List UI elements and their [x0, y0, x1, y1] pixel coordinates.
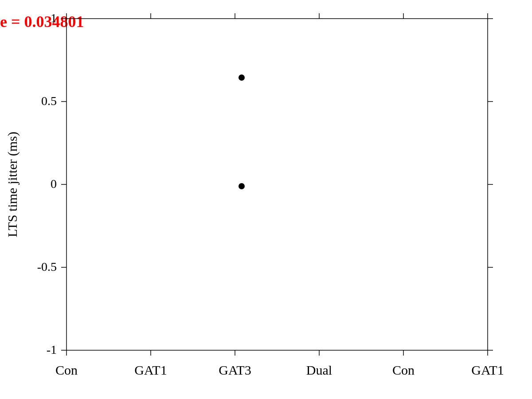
svg-text:0.5: 0.5 — [41, 94, 57, 108]
svg-text:0: 0 — [51, 177, 57, 191]
svg-text:LTS time jitter (ms): LTS time jitter (ms) — [5, 132, 20, 237]
svg-text:-0.5: -0.5 — [37, 260, 57, 274]
svg-text:Dual: Dual — [306, 363, 332, 377]
svg-text:GAT3: GAT3 — [219, 363, 251, 377]
data-point — [239, 183, 245, 189]
chart-svg: 1 0.5 0 -0.5 -1 Con GAT1 GAT3 Dual Con — [0, 0, 532, 399]
data-point-2 — [239, 74, 245, 81]
chart-container: e = 0.034801 1 0.5 0 -0.5 -1 — [0, 0, 532, 399]
svg-text:GAT1: GAT1 — [134, 363, 167, 377]
svg-text:Con: Con — [392, 363, 415, 377]
svg-text:1: 1 — [51, 11, 57, 25]
svg-text:GAT1: GAT1 — [471, 363, 504, 377]
svg-text:-1: -1 — [47, 343, 57, 356]
svg-text:Con: Con — [55, 363, 78, 377]
